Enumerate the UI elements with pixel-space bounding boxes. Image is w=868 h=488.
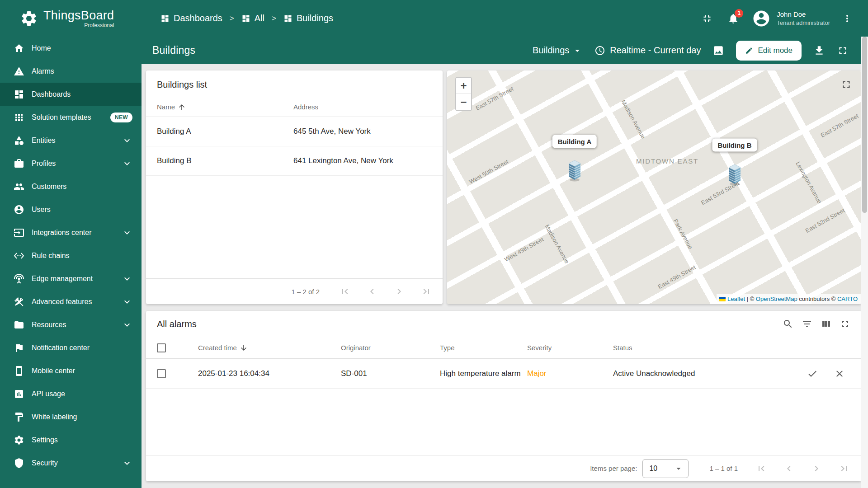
building-marker-icon[interactable] xyxy=(566,160,583,182)
sidebar-item-dashboards[interactable]: Dashboards xyxy=(0,83,142,106)
column-severity[interactable]: Severity xyxy=(527,344,613,352)
last-page-button[interactable] xyxy=(421,286,432,297)
chevron-down-icon xyxy=(122,273,132,284)
app-logo[interactable]: ThingsBoard Professional xyxy=(0,9,142,28)
column-status[interactable]: Status xyxy=(613,344,850,352)
sidebar-item-security[interactable]: Security xyxy=(0,451,142,474)
alarms-fullscreen-icon[interactable] xyxy=(840,319,850,329)
sidebar-item-notification-center[interactable]: Notification center xyxy=(0,336,142,359)
caret-down-icon xyxy=(572,45,583,56)
alarm-row[interactable]: 2025-01-23 16:04:34SD-001High temperatur… xyxy=(146,359,861,389)
notifications-bell-icon[interactable]: 1 xyxy=(727,13,739,24)
map-marker-label[interactable]: Building A xyxy=(552,135,597,148)
sidebar-item-home[interactable]: Home xyxy=(0,37,142,60)
page-scrollbar[interactable] xyxy=(861,37,868,488)
chevron-down-icon xyxy=(122,227,132,238)
zoom-in-button[interactable]: + xyxy=(456,78,471,94)
sidebar-item-alarms[interactable]: Alarms xyxy=(0,60,142,83)
sort-desc-icon[interactable] xyxy=(240,344,248,352)
breadcrumb-item-dashboards[interactable]: Dashboards xyxy=(160,13,222,23)
category-icon xyxy=(14,135,24,146)
clock-icon xyxy=(594,45,605,56)
chevron-down-icon xyxy=(122,296,132,307)
breadcrumb-item-buildings[interactable]: Buildings xyxy=(283,13,333,23)
sidebar-item-integrations-center[interactable]: Integrations center xyxy=(0,221,142,244)
row-checkbox[interactable] xyxy=(157,369,166,378)
collapse-view-icon[interactable] xyxy=(701,13,713,24)
sort-asc-icon[interactable] xyxy=(178,103,186,111)
search-icon[interactable] xyxy=(783,319,793,329)
first-page-button[interactable] xyxy=(756,463,767,474)
column-originator[interactable]: Originator xyxy=(341,344,440,352)
first-page-button[interactable] xyxy=(340,286,350,297)
buildings-paginator: 1 – 2 of 2 xyxy=(146,278,443,304)
columns-icon[interactable] xyxy=(821,319,831,329)
new-badge: NEW xyxy=(110,113,132,122)
sidebar-item-solution-templates[interactable]: Solution templatesNEW xyxy=(0,106,142,129)
sidebar-item-resources[interactable]: Resources xyxy=(0,313,142,336)
alarms-paginator: Items per page: 10 1 – 1 of 1 xyxy=(146,455,861,481)
column-created-time[interactable]: Created time xyxy=(198,344,237,352)
map-card: East 57th StreetEast 57th StreetWest 50t… xyxy=(447,70,861,304)
map-street-grid[interactable] xyxy=(447,70,861,304)
next-page-button[interactable] xyxy=(811,463,822,474)
image-gallery-icon[interactable] xyxy=(712,45,724,56)
sidebar-item-customers[interactable]: Customers xyxy=(0,175,142,198)
sidebar-item-label: Solution templates xyxy=(32,113,91,122)
caret-down-icon xyxy=(674,464,684,474)
leaflet-link[interactable]: Leaflet xyxy=(727,296,745,302)
map-fullscreen-icon[interactable] xyxy=(840,79,852,90)
map-marker-label[interactable]: Building B xyxy=(712,139,757,152)
gear-icon xyxy=(14,435,24,446)
breadcrumb: Dashboards>All>Buildings xyxy=(160,13,333,23)
sidebar-item-white-labeling[interactable]: White labeling xyxy=(0,405,142,428)
next-page-button[interactable] xyxy=(394,286,405,297)
dashboard-state-select[interactable]: Buildings xyxy=(533,45,583,56)
zoom-out-button[interactable]: − xyxy=(456,94,471,110)
scrollbar-thumb[interactable] xyxy=(862,37,867,213)
building-address: 645 5th Ave, New York xyxy=(293,127,371,136)
construction-icon xyxy=(14,296,24,307)
filter-icon[interactable] xyxy=(802,319,812,329)
buildings-list-card: Buildings list Name Address Building A64… xyxy=(146,70,443,304)
column-name[interactable]: Name xyxy=(157,103,175,111)
timewindow-button[interactable]: Realtime - Current day xyxy=(594,45,701,56)
edit-mode-button[interactable]: Edit mode xyxy=(736,41,802,61)
sidebar-item-entities[interactable]: Entities xyxy=(0,129,142,152)
sidebar-item-mobile-center[interactable]: Mobile center xyxy=(0,359,142,382)
sidebar-item-rule-chains[interactable]: Rule chains xyxy=(0,244,142,267)
table-row[interactable]: Building A645 5th Ave, New York xyxy=(146,117,443,146)
flag-icon xyxy=(14,343,24,353)
sidebar-item-settings[interactable]: Settings xyxy=(0,428,142,451)
column-address[interactable]: Address xyxy=(293,103,318,111)
sidebar-item-api-usage[interactable]: API usage xyxy=(0,382,142,405)
sidebar-item-profiles[interactable]: Profiles xyxy=(0,152,142,175)
clear-alarm-icon[interactable] xyxy=(834,368,845,379)
breadcrumb-separator: > xyxy=(230,14,234,23)
kebab-menu-icon[interactable] xyxy=(842,13,853,24)
last-page-button[interactable] xyxy=(839,463,849,474)
previous-page-button[interactable] xyxy=(367,286,377,297)
page-title: Buildings xyxy=(152,44,195,56)
osm-link[interactable]: OpenStreetMap xyxy=(756,296,797,302)
items-per-page-select[interactable]: 10 xyxy=(642,459,689,478)
avatar[interactable] xyxy=(752,9,771,28)
table-row[interactable]: Building B641 Lexington Ave, New York xyxy=(146,146,443,176)
previous-page-button[interactable] xyxy=(783,463,794,474)
alarms-title: All alarms xyxy=(157,319,197,329)
sidebar-item-label: Customers xyxy=(32,183,66,191)
app-name: ThingsBoard xyxy=(43,9,114,23)
fullscreen-icon[interactable] xyxy=(837,45,849,56)
sidebar-item-users[interactable]: Users xyxy=(0,198,142,221)
breadcrumb-item-all[interactable]: All xyxy=(241,13,264,23)
sidebar-item-edge-management[interactable]: Edge management xyxy=(0,267,142,290)
select-all-checkbox[interactable] xyxy=(157,343,166,352)
acknowledge-icon[interactable] xyxy=(807,368,818,379)
chevron-down-icon xyxy=(122,458,132,469)
user-info[interactable]: John Doe Tenant administrator xyxy=(777,10,830,26)
column-type[interactable]: Type xyxy=(440,344,527,352)
sidebar-item-advanced-features[interactable]: Advanced features xyxy=(0,290,142,313)
carto-link[interactable]: CARTO xyxy=(837,296,858,302)
building-marker-icon[interactable] xyxy=(726,164,743,186)
download-icon[interactable] xyxy=(813,45,825,56)
